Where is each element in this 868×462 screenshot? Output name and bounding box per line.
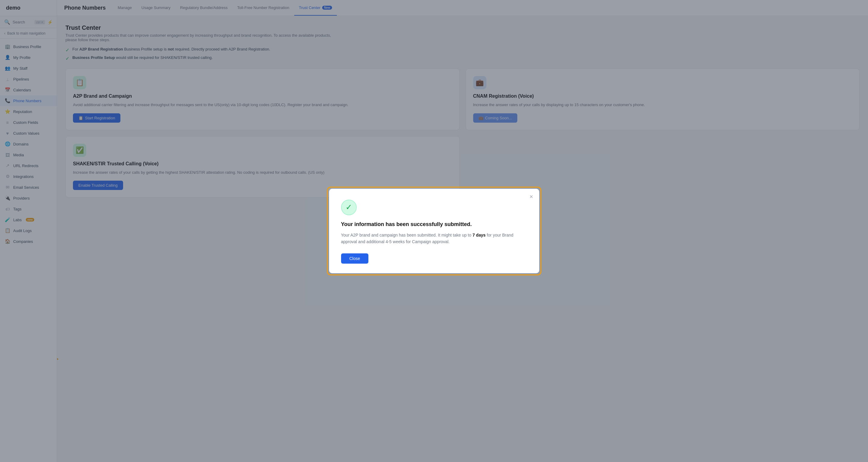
modal-title: Your information has been successfully s…	[341, 221, 527, 228]
modal-body-bold: 7 days	[472, 233, 486, 237]
modal-body-text1: Your A2P brand and campaign has been sub…	[341, 233, 472, 237]
modal-wrapper: × ✓ Your information has been successful…	[327, 187, 541, 276]
modal-overlay: × ✓ Your information has been successful…	[0, 0, 868, 462]
modal-close-button[interactable]: ×	[530, 194, 533, 200]
modal-success-icon: ✓	[341, 200, 357, 215]
modal-body: Your A2P brand and campaign has been sub…	[341, 232, 527, 245]
modal-close-btn[interactable]: Close	[341, 253, 369, 264]
success-modal: × ✓ Your information has been successful…	[329, 189, 539, 273]
